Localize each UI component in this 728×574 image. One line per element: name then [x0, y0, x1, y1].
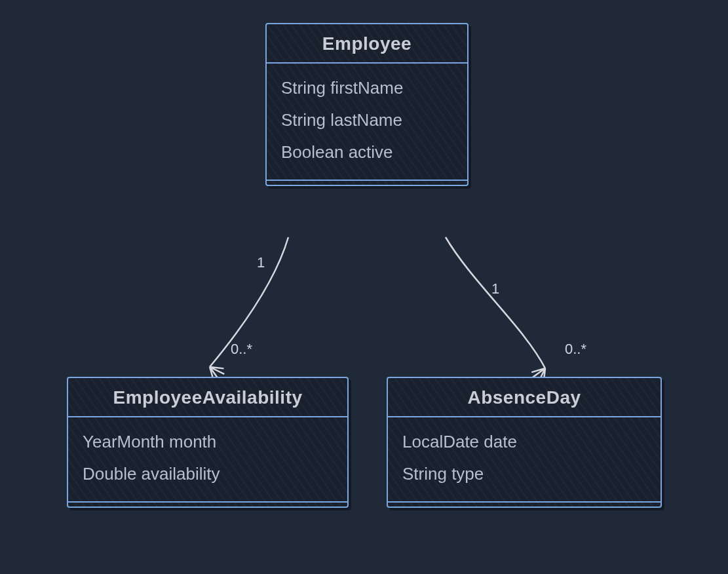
class-employee: Employee String firstName String lastNam…	[265, 23, 469, 186]
mult-emp-to-availability-dst: 0..*	[231, 341, 252, 358]
class-absence-day-title: AbsenceDay	[388, 378, 661, 417]
attr: LocalDate date	[402, 432, 646, 452]
class-employee-body: String firstName String lastName Boolean…	[267, 64, 467, 181]
attr: String lastName	[281, 110, 453, 130]
attr: String firstName	[281, 78, 453, 98]
attr: String type	[402, 464, 646, 484]
attr: Boolean active	[281, 142, 453, 163]
class-employee-availability: EmployeeAvailability YearMonth month Dou…	[67, 377, 349, 508]
mult-emp-to-absence-dst: 0..*	[565, 341, 586, 358]
class-employee-availability-title: EmployeeAvailability	[68, 378, 347, 417]
mult-emp-to-absence-src: 1	[491, 280, 499, 297]
attr: Double availability	[83, 464, 333, 484]
class-employee-title: Employee	[267, 24, 467, 64]
relation-emp-to-absence	[446, 237, 545, 368]
class-absence-day: AbsenceDay LocalDate date String type	[387, 377, 662, 508]
attr: YearMonth month	[83, 432, 333, 452]
class-absence-day-body: LocalDate date String type	[388, 417, 661, 503]
class-employee-availability-body: YearMonth month Double availability	[68, 417, 347, 503]
uml-canvas: 1 0..* 1 0..* Employee String firstName …	[0, 0, 728, 574]
mult-emp-to-availability-src: 1	[257, 254, 265, 271]
relation-emp-to-availability	[210, 237, 288, 367]
